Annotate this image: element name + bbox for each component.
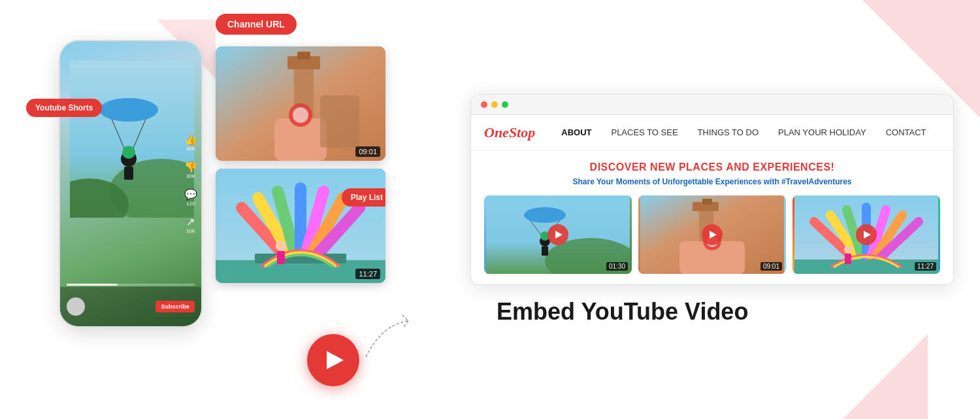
youtube-play-big[interactable] — [307, 334, 359, 386]
video1-play-btn[interactable] — [547, 224, 568, 245]
nav-things[interactable]: THINGS TO DO — [698, 127, 759, 137]
browser-titlebar — [471, 95, 953, 115]
nav-places[interactable]: PLACES TO SEE — [611, 127, 678, 137]
phone-image-area: 👍 30K 👎 30K 💬 120 ↗ 1 — [60, 41, 201, 326]
svg-rect-12 — [297, 52, 310, 59]
svg-point-7 — [99, 98, 158, 122]
thumb2-duration: 11:27 — [355, 269, 380, 279]
phone-like-icon: 👍 30K — [184, 133, 197, 152]
phone-avatar — [67, 297, 85, 316]
nav-about[interactable]: ABOUT — [561, 127, 591, 137]
video-grid: 01:30 — [484, 195, 940, 274]
video-thumb-3[interactable]: 11:27 — [792, 195, 940, 274]
yt-play-triangle — [327, 351, 344, 369]
paraglider-visual — [70, 61, 194, 218]
phone-screen: 👍 30K 👎 30K 💬 120 ↗ 1 — [60, 41, 201, 326]
website-nav: OneStop ABOUT PLACES TO SEE THINGS TO DO… — [471, 115, 953, 151]
site-logo: OneStop — [484, 124, 535, 141]
svg-point-8 — [122, 146, 135, 159]
video2-duration: 09:01 — [760, 262, 782, 271]
website-content: DISCOVER NEW PLACES AND EXPERIENCES! Sha… — [471, 151, 953, 284]
thumb-image-1 — [216, 46, 385, 161]
svg-point-38 — [844, 246, 852, 254]
hashtag-text: #TravelAdventures — [781, 177, 851, 186]
video1-duration: 01:30 — [606, 262, 628, 271]
play-triangle — [555, 231, 563, 239]
thumb2-visual — [216, 169, 385, 283]
svg-point-19 — [276, 241, 286, 251]
thumb1-visual — [216, 46, 385, 161]
yt-play-circle[interactable] — [307, 334, 359, 386]
thumb1-duration: 09:01 — [355, 146, 380, 157]
main-container: Channel URL — [0, 0, 980, 419]
thumb-image-2 — [216, 169, 385, 283]
phone-mockup: 👍 30K 👎 30K 💬 120 ↗ 1 — [59, 40, 203, 327]
svg-rect-24 — [542, 246, 548, 256]
discover-heading: DISCOVER NEW PLACES AND EXPERIENCES! — [484, 161, 940, 173]
play-triangle — [710, 231, 717, 239]
embed-text-section: Embed YouTube Video — [470, 298, 954, 326]
youtube-shorts-badge[interactable]: Youtube Shorts — [26, 99, 102, 117]
nav-plan[interactable]: PLAN YOUR HOLIDAY — [778, 127, 866, 137]
phone-side-icons: 👍 30K 👎 30K 💬 120 ↗ 1 — [184, 133, 197, 234]
right-section: OneStop ABOUT PLACES TO SEE THINGS TO DO… — [470, 94, 954, 326]
video3-duration: 11:27 — [915, 262, 936, 271]
phone-subscribe-button[interactable]: Subscribe — [155, 301, 195, 312]
browser-mockup: OneStop ABOUT PLACES TO SEE THINGS TO DO… — [470, 94, 954, 285]
video3-play-btn[interactable] — [856, 224, 877, 245]
browser-dot-yellow — [491, 101, 498, 108]
progress-bar — [67, 284, 195, 286]
svg-point-15 — [293, 107, 308, 123]
svg-rect-20 — [277, 251, 285, 264]
phone-share-icon: ↗ 10K — [186, 216, 195, 234]
svg-rect-4 — [124, 167, 133, 180]
phone-bottom-bar: Subscribe — [60, 287, 201, 326]
video2-play-btn[interactable] — [702, 224, 723, 245]
embed-heading: Embed YouTube Video — [497, 298, 748, 326]
phone-comment-icon: 💬 120 — [184, 188, 197, 207]
playlist-badge[interactable]: Play List — [342, 188, 385, 207]
dashed-arrow — [363, 311, 428, 363]
phone-dislike-icon: 👎 30K — [184, 161, 197, 179]
progress-fill — [67, 284, 118, 286]
nav-contact[interactable]: CONTACT — [886, 127, 926, 137]
svg-rect-39 — [845, 254, 851, 264]
discover-subtext: Share Your Moments of Unforgettable Expe… — [484, 177, 940, 186]
thumbnail-2[interactable]: 11:27 Play List — [216, 169, 385, 283]
browser-dot-green — [502, 101, 508, 108]
thumbnail-1[interactable]: 09:01 — [216, 46, 385, 161]
svg-rect-32 — [702, 199, 712, 205]
channel-url-badge[interactable]: Channel URL — [216, 14, 297, 35]
video-thumb-1[interactable]: 01:30 — [484, 195, 632, 274]
thumbnails-stack: 09:01 — [216, 46, 385, 283]
play-triangle — [864, 231, 871, 239]
video-thumb-2[interactable]: 09:01 — [638, 195, 786, 274]
svg-point-27 — [524, 207, 566, 223]
browser-dot-red — [481, 101, 487, 108]
